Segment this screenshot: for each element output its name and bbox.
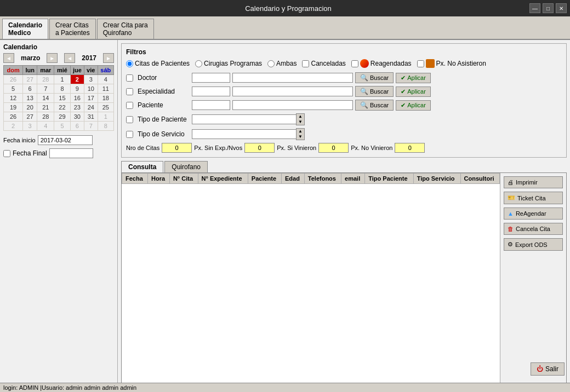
- cal-day[interactable]: 14: [37, 94, 54, 103]
- check-icon-3: ✔: [401, 102, 406, 109]
- chk-no-asistieron[interactable]: [417, 60, 424, 67]
- next-year-button[interactable]: ►: [103, 53, 114, 63]
- cal-day[interactable]: 3: [84, 75, 98, 84]
- cal-day[interactable]: 13: [23, 94, 37, 103]
- especialidad-input-lg[interactable]: [232, 87, 353, 96]
- chk-doctor[interactable]: [126, 74, 133, 82]
- cal-day[interactable]: 21: [37, 103, 54, 112]
- cal-day[interactable]: 27: [23, 75, 37, 84]
- cal-day[interactable]: 8: [98, 122, 113, 131]
- cal-day[interactable]: 5: [54, 122, 70, 131]
- cal-day[interactable]: 28: [37, 112, 54, 122]
- imprimir-button[interactable]: 🖨 Imprimir: [504, 176, 563, 188]
- cal-day[interactable]: 28: [37, 75, 54, 84]
- paciente-input-sm[interactable]: [192, 100, 230, 110]
- cal-day[interactable]: 5: [4, 84, 23, 94]
- cal-day[interactable]: 6: [23, 84, 37, 94]
- tab-calendario[interactable]: Calendario Medico: [2, 19, 48, 39]
- cancela-cita-button[interactable]: 🗑 Cancela Cita: [504, 223, 563, 235]
- prev-month-button[interactable]: ◄: [3, 53, 14, 63]
- especialidad-input-sm[interactable]: [192, 87, 230, 96]
- doctor-input-sm[interactable]: [192, 73, 230, 83]
- tab-crear-citas[interactable]: Crear Citas a Pacientes: [49, 19, 96, 39]
- radio-citas[interactable]: [126, 60, 133, 67]
- cal-day[interactable]: 19: [4, 103, 23, 112]
- cal-day[interactable]: 1: [54, 75, 70, 84]
- next-month-button[interactable]: ►: [47, 53, 58, 63]
- ticket-cita-button[interactable]: 🎫 Ticket Cita: [504, 192, 563, 204]
- px-sin-exp-value[interactable]: [244, 143, 275, 153]
- spin-up[interactable]: ▲: [297, 114, 304, 119]
- spin-up-2[interactable]: ▲: [297, 129, 304, 134]
- cal-day[interactable]: 12: [4, 94, 23, 103]
- chk-especialidad[interactable]: [126, 88, 133, 95]
- cal-day[interactable]: 20: [23, 103, 37, 112]
- cal-day[interactable]: 25: [98, 103, 113, 112]
- cal-day[interactable]: 4: [37, 122, 54, 131]
- chk-tipo-servicio[interactable]: [126, 131, 133, 138]
- cal-day[interactable]: 7: [37, 84, 54, 94]
- bottom-tab-quirofano[interactable]: Quirofano: [164, 161, 208, 172]
- nro-citas-value[interactable]: [162, 143, 192, 153]
- filter-tipo-paciente-row: Tipo de Paciente ▲ ▼: [126, 113, 562, 125]
- paciente-aplicar-button[interactable]: ✔ Aplicar: [396, 100, 431, 111]
- salir-button[interactable]: ⏻ Salir: [531, 362, 565, 376]
- cal-day[interactable]: 22: [54, 103, 70, 112]
- cal-day[interactable]: 15: [54, 94, 70, 103]
- cal-day[interactable]: 8: [54, 84, 70, 94]
- especialidad-buscar-button[interactable]: 🔍 Buscar: [355, 86, 394, 97]
- cal-day[interactable]: 2: [70, 75, 84, 84]
- cal-day[interactable]: 26: [4, 75, 23, 84]
- cal-day[interactable]: 26: [4, 112, 23, 122]
- cal-day[interactable]: 2: [4, 122, 23, 131]
- chk-reagendadas[interactable]: [351, 60, 358, 67]
- cal-day[interactable]: 17: [84, 94, 98, 103]
- minimize-button[interactable]: —: [529, 3, 540, 13]
- tipo-paciente-input[interactable]: [192, 114, 296, 124]
- radio-ambas[interactable]: [267, 60, 275, 67]
- maximize-button[interactable]: □: [543, 3, 554, 13]
- cal-day[interactable]: 9: [70, 84, 84, 94]
- fecha-final-input[interactable]: [49, 148, 93, 158]
- fecha-inicio-input[interactable]: [38, 135, 93, 145]
- paciente-buscar-button[interactable]: 🔍 Buscar: [355, 100, 394, 111]
- px-si-vinieron-value[interactable]: [318, 143, 349, 153]
- tipo-servicio-spinbtn[interactable]: ▲ ▼: [296, 128, 305, 140]
- doctor-aplicar-button[interactable]: ✔ Aplicar: [396, 73, 431, 83]
- cal-day[interactable]: 31: [84, 112, 98, 122]
- chk-paciente[interactable]: [126, 102, 133, 109]
- chk-tipo-paciente[interactable]: [126, 116, 133, 123]
- cal-day[interactable]: 6: [70, 122, 84, 131]
- prev-year-button[interactable]: ◄: [64, 53, 75, 63]
- cal-day[interactable]: 16: [70, 94, 84, 103]
- cal-day[interactable]: 18: [98, 94, 113, 103]
- radio-cirugias[interactable]: [195, 60, 202, 67]
- cal-day[interactable]: 23: [70, 103, 84, 112]
- especialidad-aplicar-button[interactable]: ✔ Aplicar: [396, 87, 431, 97]
- spin-down-2[interactable]: ▼: [297, 134, 304, 140]
- cal-day[interactable]: 1: [98, 112, 113, 122]
- cal-day[interactable]: 3: [23, 122, 37, 131]
- export-ods-button[interactable]: ⚙ Export ODS: [504, 238, 563, 251]
- close-button[interactable]: ✕: [556, 3, 567, 13]
- doctor-buscar-button[interactable]: 🔍 Buscar: [355, 72, 394, 83]
- cal-day[interactable]: 29: [54, 112, 70, 122]
- cal-day[interactable]: 7: [84, 122, 98, 131]
- spin-down[interactable]: ▼: [297, 119, 304, 125]
- cal-day[interactable]: 24: [84, 103, 98, 112]
- cal-day[interactable]: 4: [98, 75, 113, 84]
- fecha-final-checkbox[interactable]: [3, 150, 10, 157]
- reagendar-button[interactable]: ▲ ReAgendar: [504, 207, 563, 220]
- cal-day[interactable]: 27: [23, 112, 37, 122]
- cal-day[interactable]: 11: [98, 84, 113, 94]
- doctor-input-lg[interactable]: [232, 73, 353, 83]
- tab-crear-cita-quirofano[interactable]: Crear Cita para Quirofano: [97, 19, 154, 39]
- cal-day[interactable]: 30: [70, 112, 84, 122]
- px-no-vinieron-value[interactable]: [395, 143, 425, 153]
- chk-canceladas[interactable]: [302, 60, 309, 67]
- tipo-paciente-spinbtn[interactable]: ▲ ▼: [296, 113, 305, 125]
- paciente-input-lg[interactable]: [232, 100, 353, 110]
- bottom-tab-consulta[interactable]: Consulta: [121, 161, 163, 172]
- tipo-servicio-input[interactable]: [192, 129, 296, 139]
- cal-day[interactable]: 10: [84, 84, 98, 94]
